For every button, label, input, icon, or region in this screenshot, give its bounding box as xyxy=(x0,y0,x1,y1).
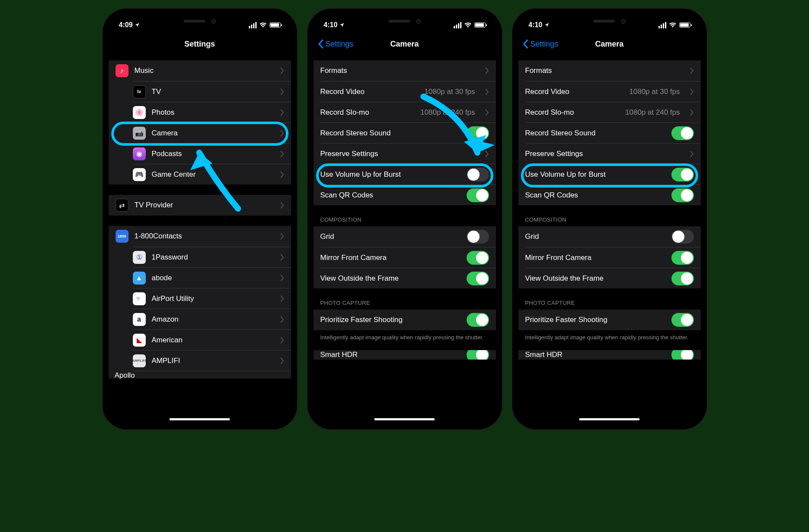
row-amplifi[interactable]: AMPLIFIAMPLIFI xyxy=(133,350,291,371)
row-prioritize[interactable]: Prioritize Faster Shooting xyxy=(518,310,701,330)
annotation-arrow-icon xyxy=(173,140,251,217)
row-abode[interactable]: ▲abode xyxy=(133,267,291,288)
notch xyxy=(357,15,452,28)
row-airport[interactable]: ᯤAirPort Utility xyxy=(133,288,291,309)
row-american[interactable]: ◣American xyxy=(133,329,291,350)
header-photo: PHOTO CAPTURE xyxy=(314,300,496,310)
header-composition: COMPOSITION xyxy=(518,216,701,226)
row-mirror[interactable]: Mirror Front Camera xyxy=(525,247,701,268)
chevron-right-icon xyxy=(280,337,284,344)
cellular-icon xyxy=(249,22,257,28)
toggle-qr[interactable] xyxy=(671,188,694,202)
row-qr[interactable]: Scan QR Codes xyxy=(320,185,496,205)
row-formats[interactable]: Formats xyxy=(314,60,496,81)
row-grid[interactable]: Grid xyxy=(518,226,701,247)
chevron-right-icon xyxy=(690,109,694,116)
nav-title: Settings xyxy=(184,40,215,49)
row-apollo-partial[interactable]: Apollo xyxy=(133,371,291,379)
chevron-right-icon xyxy=(690,67,694,74)
app-icon: ▲ xyxy=(133,272,146,285)
chevron-right-icon xyxy=(280,150,284,157)
home-indicator xyxy=(579,418,640,420)
toggle-mirror[interactable] xyxy=(671,251,694,265)
row-music[interactable]: ♪Music xyxy=(109,60,291,81)
toggle-viewoutside[interactable] xyxy=(467,272,489,285)
toggle-hdr[interactable] xyxy=(467,350,489,360)
row-formats[interactable]: Formats xyxy=(518,60,701,81)
toggle-prioritize[interactable] xyxy=(671,313,694,327)
toggle-stereo[interactable] xyxy=(671,126,694,140)
chevron-right-icon xyxy=(690,150,694,157)
nav-title: Camera xyxy=(390,40,419,49)
status-time: 4:09 xyxy=(119,21,133,29)
toggle-burst[interactable] xyxy=(671,168,694,182)
app-icon: 1800 xyxy=(116,230,129,243)
row-prioritize[interactable]: Prioritize Faster Shooting xyxy=(314,310,496,330)
nav-title: Camera xyxy=(595,40,624,49)
settings-list[interactable]: ♪Music tvTV 🌸Photos 📷Camera ◉Podcasts 🎮G… xyxy=(109,54,291,423)
location-icon xyxy=(339,22,345,28)
row-record-slomo[interactable]: Record Slo-mo1080p at 240 fps xyxy=(525,102,701,122)
group-general: Formats Record Video1080p at 30 fps Reco… xyxy=(518,60,701,205)
nav-bar: Settings Camera xyxy=(518,34,701,54)
device-2: 4:10 Settings Camera Formats Record Vide… xyxy=(307,8,503,430)
annotation-arrow-icon xyxy=(415,88,496,170)
toggle-grid[interactable] xyxy=(671,230,694,244)
device-3: 4:10 Settings Camera Formats Record Vide… xyxy=(511,8,708,430)
row-photos[interactable]: 🌸Photos xyxy=(133,102,291,122)
app-icon: ① xyxy=(133,251,146,264)
chevron-right-icon xyxy=(280,295,284,302)
nav-back-button[interactable]: Settings xyxy=(523,34,558,54)
row-tv[interactable]: tvTV xyxy=(133,81,291,102)
toggle-hdr[interactable] xyxy=(671,350,694,360)
toggle-qr[interactable] xyxy=(467,188,489,202)
chevron-right-icon xyxy=(280,233,284,240)
app-icon: a xyxy=(133,313,146,326)
wifi-icon xyxy=(259,21,267,29)
row-hdr-partial[interactable]: Smart HDR xyxy=(314,350,496,360)
row-viewoutside[interactable]: View Outside the Frame xyxy=(320,268,496,288)
nav-back-button[interactable]: Settings xyxy=(318,34,354,54)
row-mirror[interactable]: Mirror Front Camera xyxy=(320,247,496,268)
detail-text: 1080p at 240 fps xyxy=(625,108,680,117)
row-qr[interactable]: Scan QR Codes xyxy=(525,185,701,205)
toggle-mirror[interactable] xyxy=(467,251,489,265)
chevron-right-icon xyxy=(280,357,284,364)
row-1800contacts[interactable]: 18001-800Contacts xyxy=(109,226,291,247)
row-amazon[interactable]: aAmazon xyxy=(133,309,291,329)
row-burst[interactable]: Use Volume Up for Burst xyxy=(525,164,701,185)
group-composition: Grid Mirror Front Camera View Outside th… xyxy=(518,226,701,288)
row-hdr-partial[interactable]: Smart HDR xyxy=(518,350,701,360)
chevron-right-icon xyxy=(280,254,284,261)
cellular-icon xyxy=(454,22,461,28)
tvprovider-icon: ⇄ xyxy=(116,199,129,212)
wifi-icon xyxy=(669,21,677,29)
row-preserve[interactable]: Preserve Settings xyxy=(525,143,701,164)
screen-3: 4:10 Settings Camera Formats Record Vide… xyxy=(518,15,701,423)
toggle-prioritize[interactable] xyxy=(467,313,489,327)
home-indicator xyxy=(169,418,230,420)
chevron-right-icon xyxy=(485,67,489,74)
group-hdr-partial: Smart HDR xyxy=(314,350,496,360)
toggle-viewoutside[interactable] xyxy=(671,272,694,285)
cellular-icon xyxy=(658,22,666,28)
group-photo: Prioritize Faster Shooting xyxy=(314,310,496,330)
camera-icon: 📷 xyxy=(133,127,146,140)
app-icon: AMPLIFI xyxy=(133,354,146,367)
camera-settings[interactable]: Formats Record Video1080p at 30 fps Reco… xyxy=(518,54,701,423)
row-viewoutside[interactable]: View Outside the Frame xyxy=(525,268,701,288)
toggle-grid[interactable] xyxy=(467,230,489,244)
row-1password[interactable]: ①1Password xyxy=(133,247,291,267)
chevron-right-icon xyxy=(280,202,284,209)
row-grid[interactable]: Grid xyxy=(314,226,496,247)
row-stereo[interactable]: Record Stereo Sound xyxy=(525,122,701,143)
gamecenter-icon: 🎮 xyxy=(133,168,146,181)
header-composition: COMPOSITION xyxy=(314,216,496,226)
chevron-right-icon xyxy=(280,109,284,116)
screen-2: 4:10 Settings Camera Formats Record Vide… xyxy=(314,15,496,423)
footer-photo: Intelligently adapt image quality when r… xyxy=(518,330,701,341)
chevron-right-icon xyxy=(280,88,284,95)
row-record-video[interactable]: Record Video1080p at 30 fps xyxy=(525,81,701,102)
home-indicator xyxy=(374,418,435,420)
app-icon: ◣ xyxy=(133,334,146,347)
